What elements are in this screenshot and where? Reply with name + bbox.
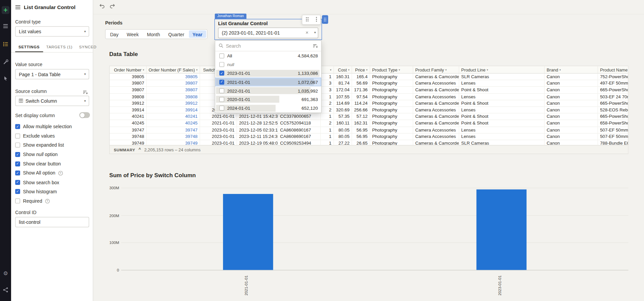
checkbox[interactable] bbox=[15, 198, 20, 203]
column-header-order-number-f-sales[interactable]: Order Number (F Sales)▾ bbox=[147, 66, 200, 73]
checkbox[interactable]: ✓ bbox=[15, 124, 20, 129]
checkbox[interactable] bbox=[219, 53, 224, 58]
checkbox[interactable]: ✓ bbox=[15, 180, 20, 185]
sort-icon[interactable] bbox=[313, 42, 318, 50]
table-cell: 2 bbox=[321, 107, 334, 113]
panel-menu-icon[interactable] bbox=[15, 4, 20, 11]
checkbox[interactable] bbox=[219, 88, 224, 93]
order-link-cell[interactable]: 39748 bbox=[147, 134, 200, 140]
chart-bar[interactable] bbox=[477, 189, 527, 270]
column-header-brand[interactable]: Brand▾ bbox=[545, 66, 598, 73]
option-required[interactable]: Required? bbox=[11, 196, 93, 206]
chart-bar[interactable] bbox=[223, 194, 273, 270]
table-cell: Cameras & Camcorders bbox=[413, 100, 459, 106]
option-show-clear-button[interactable]: ✓Show clear button bbox=[11, 159, 93, 168]
undo-icon[interactable] bbox=[99, 3, 105, 11]
tab-settings[interactable]: SETTINGS bbox=[15, 42, 43, 52]
control-value-input[interactable]: (2) 2023-01-01, 2021-01-01 bbox=[218, 28, 318, 38]
tab-synced[interactable]: SYNCED bbox=[76, 42, 100, 52]
control-type-select[interactable]: List values ▾ bbox=[15, 26, 89, 37]
checkbox[interactable] bbox=[219, 62, 224, 67]
table-cell: 39748 bbox=[110, 134, 147, 140]
create-new-button[interactable] bbox=[2, 6, 9, 14]
table-cell: 171.36 bbox=[352, 87, 370, 93]
column-header-product-line[interactable]: Product Line▾ bbox=[459, 66, 545, 73]
order-link-cell[interactable]: 40241 bbox=[147, 113, 200, 120]
option-show-expanded-list[interactable]: Show expanded list bbox=[11, 141, 93, 150]
elements-icon[interactable] bbox=[2, 41, 8, 47]
table-cell: Photography bbox=[370, 140, 413, 145]
checkbox[interactable]: ✓ bbox=[15, 189, 20, 194]
drag-handle-icon[interactable] bbox=[306, 16, 309, 23]
order-link-cell[interactable]: 39807 bbox=[147, 80, 200, 87]
value-option-2024-01-01[interactable]: 2024-01-01652,120 bbox=[215, 104, 321, 113]
chevron-down-icon[interactable]: ▾ bbox=[314, 31, 316, 35]
period-quarter[interactable]: Quarter bbox=[165, 31, 188, 38]
column-header-order-number[interactable]: Order Number▾ bbox=[110, 66, 147, 73]
order-link-cell[interactable]: 39914 bbox=[147, 107, 200, 113]
value-option-2020-01-01[interactable]: 2020-01-01691,363 bbox=[215, 95, 321, 104]
table-cell: 39912 bbox=[110, 100, 147, 106]
column-header-cost[interactable]: Cost▾ bbox=[334, 66, 352, 73]
option-show-all-option[interactable]: ✓Show All option? bbox=[11, 168, 93, 178]
column-header-price[interactable]: Price▾ bbox=[352, 66, 370, 73]
sort-icon[interactable] bbox=[83, 89, 88, 96]
value-option-all[interactable]: All4,584,628 bbox=[215, 51, 321, 60]
clear-icon[interactable]: × bbox=[306, 30, 309, 35]
settings-gear-icon[interactable]: ⚙ bbox=[2, 270, 8, 277]
checkbox[interactable] bbox=[219, 97, 224, 102]
table-cell: 503-EF 24 70mm bbox=[598, 94, 628, 100]
share-nodes-icon[interactable] bbox=[2, 287, 8, 293]
checkbox[interactable]: ✓ bbox=[15, 170, 20, 175]
order-link-cell[interactable]: 39749 bbox=[147, 140, 200, 145]
option-show-search-box[interactable]: ✓Show search box bbox=[11, 178, 93, 187]
checkbox[interactable]: ✓ bbox=[219, 71, 224, 76]
collapse-chevron-icon[interactable]: ^ bbox=[139, 148, 141, 151]
checkbox[interactable]: ✓ bbox=[15, 161, 20, 166]
column-header-5[interactable]: ▾ bbox=[321, 66, 334, 73]
redo-icon[interactable] bbox=[109, 3, 115, 11]
value-source-select[interactable]: Page 1 - Data Table ▾ bbox=[15, 69, 89, 80]
display-column-toggle[interactable] bbox=[79, 112, 90, 118]
order-link-cell[interactable]: 39807 bbox=[147, 87, 200, 93]
option-allow-multiple-selection[interactable]: ✓Allow multiple selection bbox=[11, 122, 93, 132]
checkbox[interactable] bbox=[219, 106, 224, 111]
period-week[interactable]: Week bbox=[123, 31, 143, 38]
value-option-null[interactable]: null bbox=[215, 60, 321, 69]
pages-icon[interactable] bbox=[2, 23, 8, 29]
source-column-select[interactable]: Switch Column ▾ bbox=[15, 96, 89, 106]
period-day[interactable]: Day bbox=[106, 31, 122, 38]
table-cell: 39807 bbox=[110, 80, 147, 87]
option-show-histogram[interactable]: ✓Show histogram bbox=[11, 187, 93, 196]
order-link-cell[interactable]: 39805 bbox=[147, 73, 200, 80]
search-input[interactable]: Search bbox=[226, 43, 310, 48]
order-link-cell[interactable]: 40245 bbox=[147, 120, 200, 127]
checkbox[interactable]: ✓ bbox=[15, 152, 20, 157]
value-option-2022-01-01[interactable]: 2022-01-011,035,992 bbox=[215, 86, 321, 95]
column-header-product-type[interactable]: Product Type▾ bbox=[370, 66, 413, 73]
search-icon bbox=[218, 42, 223, 50]
formulas-wrench-icon[interactable] bbox=[2, 59, 8, 65]
value-option-2023-01-01[interactable]: ✓2023-01-011,133,086 bbox=[215, 69, 321, 78]
option-label: 2020-01-01 bbox=[227, 97, 302, 102]
order-link-cell[interactable]: 39808 bbox=[147, 94, 200, 100]
checkbox[interactable] bbox=[15, 143, 20, 148]
column-header-product-name[interactable]: Product Name▾ bbox=[598, 66, 628, 73]
kebab-menu-icon[interactable] bbox=[316, 16, 317, 23]
pointer-icon[interactable] bbox=[2, 75, 8, 81]
order-link-cell[interactable]: 39912 bbox=[147, 100, 200, 106]
tab-targets-1[interactable]: TARGETS (1) bbox=[43, 42, 76, 52]
table-row: 39912399122114.69114.24PhotographyCamera… bbox=[110, 100, 628, 107]
period-year[interactable]: Year bbox=[189, 31, 206, 38]
remote-drag-handle[interactable] bbox=[322, 15, 328, 24]
column-header-product-family[interactable]: Product Family▾ bbox=[413, 66, 459, 73]
checkbox[interactable]: ✓ bbox=[219, 80, 224, 85]
order-link-cell[interactable]: 39747 bbox=[147, 127, 200, 133]
value-option-2021-01-01[interactable]: ✓2021-01-011,072,067 bbox=[215, 78, 321, 86]
option-exclude-values[interactable]: Exclude values bbox=[11, 131, 93, 141]
checkbox[interactable] bbox=[15, 134, 20, 139]
option-show-null-option[interactable]: ✓Show null option bbox=[11, 150, 93, 159]
control-id-input[interactable]: list-control bbox=[15, 217, 89, 228]
y-axis-label: 200M bbox=[109, 213, 119, 217]
period-month[interactable]: Month bbox=[143, 31, 164, 38]
